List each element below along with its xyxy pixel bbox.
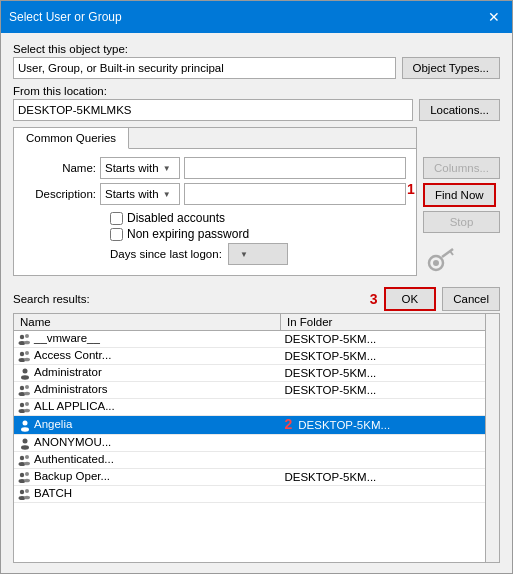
cell-folder	[280, 399, 498, 416]
svg-point-15	[25, 385, 29, 389]
cell-name: __vmware__	[14, 331, 280, 348]
svg-point-29	[24, 462, 30, 466]
object-type-input[interactable]	[13, 57, 396, 79]
svg-line-3	[450, 251, 453, 255]
ok-button[interactable]: OK	[384, 287, 437, 311]
svg-point-12	[23, 369, 28, 374]
cell-folder: 2DESKTOP-5KM...	[280, 416, 498, 435]
svg-point-9	[25, 351, 29, 355]
svg-point-1	[433, 260, 439, 266]
table-row[interactable]: Authenticated...	[14, 452, 499, 469]
cell-name: ALL APPLICA...	[14, 399, 280, 416]
svg-point-5	[25, 334, 29, 338]
badge-3: 3	[370, 291, 378, 307]
columns-button[interactable]: Columns...	[423, 157, 500, 179]
table-row[interactable]: __vmware__DESKTOP-5KM...	[14, 331, 499, 348]
svg-point-11	[24, 358, 30, 362]
dialog-body: Select this object type: Object Types...…	[1, 33, 512, 573]
location-label: From this location:	[13, 85, 500, 97]
non-expiring-checkbox[interactable]	[110, 228, 123, 241]
cell-name: Angelia	[14, 416, 280, 435]
non-expiring-row: Non expiring password	[110, 227, 406, 241]
svg-point-18	[20, 403, 24, 407]
days-label: Days since last logon:	[110, 248, 222, 260]
col-name[interactable]: Name	[14, 314, 280, 331]
object-type-label: Select this object type:	[13, 43, 500, 55]
svg-point-19	[25, 402, 29, 406]
svg-point-24	[23, 439, 28, 444]
name-dropdown-arrow: ▼	[163, 164, 171, 173]
scrollbar[interactable]	[485, 314, 499, 562]
table-row[interactable]: AdministratorsDESKTOP-5KM...	[14, 382, 499, 399]
cancel-button[interactable]: Cancel	[442, 287, 500, 311]
dialog-title: Select User or Group	[9, 10, 122, 24]
cell-folder: DESKTOP-5KM...	[280, 469, 498, 486]
cell-name: Administrators	[14, 382, 280, 399]
cell-folder	[280, 452, 498, 469]
results-section: Search results: 3 OK Cancel Name In Fold…	[13, 283, 500, 563]
name-label: Name:	[24, 162, 96, 174]
object-type-section: Select this object type: Object Types...	[13, 43, 500, 79]
svg-point-22	[23, 421, 28, 426]
cell-name: ANONYMOU...	[14, 435, 280, 452]
svg-point-4	[20, 335, 24, 339]
table-row[interactable]: ALL APPLICA...	[14, 399, 499, 416]
name-starts-with-dropdown[interactable]: Starts with ▼	[100, 157, 180, 179]
col-folder[interactable]: In Folder	[280, 314, 498, 331]
cell-folder	[280, 435, 498, 452]
location-section: From this location: Locations...	[13, 85, 500, 121]
days-dropdown[interactable]: ▼	[228, 243, 288, 265]
location-input[interactable]	[13, 99, 413, 121]
logon-row: Days since last logon: ▼	[110, 243, 406, 265]
search-results-label: Search results:	[13, 293, 90, 305]
svg-point-17	[24, 392, 30, 396]
table-row[interactable]: ANONYMOU...	[14, 435, 499, 452]
desc-input[interactable]	[184, 183, 406, 205]
svg-point-8	[20, 352, 24, 356]
table-row[interactable]: AdministratorDESKTOP-5KM...	[14, 365, 499, 382]
find-now-button[interactable]: Find Now	[423, 183, 496, 207]
close-button[interactable]: ✕	[484, 7, 504, 27]
cell-folder: DESKTOP-5KM...	[280, 331, 498, 348]
table-row[interactable]: Backup Oper...DESKTOP-5KM...	[14, 469, 499, 486]
days-dropdown-arrow: ▼	[240, 250, 248, 259]
disabled-accounts-row: Disabled accounts	[110, 211, 406, 225]
cell-folder: DESKTOP-5KM...	[280, 348, 498, 365]
desc-dropdown-arrow: ▼	[163, 190, 171, 199]
svg-point-30	[20, 473, 24, 477]
location-row: Locations...	[13, 99, 500, 121]
cell-name: BATCH	[14, 486, 280, 503]
cell-name: Authenticated...	[14, 452, 280, 469]
key-icon	[423, 241, 459, 277]
disabled-accounts-checkbox[interactable]	[110, 212, 123, 225]
table-row[interactable]: Access Contr...DESKTOP-5KM...	[14, 348, 499, 365]
title-bar: Select User or Group ✕	[1, 1, 512, 33]
svg-point-25	[21, 445, 29, 449]
svg-point-31	[25, 472, 29, 476]
svg-point-23	[21, 427, 29, 431]
select-user-dialog: Select User or Group ✕ Select this objec…	[0, 0, 513, 574]
non-expiring-label: Non expiring password	[127, 227, 249, 241]
cell-folder: DESKTOP-5KM...	[280, 382, 498, 399]
table-row[interactable]: Angelia2DESKTOP-5KM...	[14, 416, 499, 435]
svg-point-33	[24, 479, 30, 483]
svg-point-13	[21, 375, 29, 379]
svg-point-27	[25, 455, 29, 459]
locations-button[interactable]: Locations...	[419, 99, 500, 121]
name-input[interactable]	[184, 157, 406, 179]
stop-button[interactable]: Stop	[423, 211, 500, 233]
right-panel: Columns... 1 Find Now Stop	[423, 127, 500, 277]
badge-2: 2	[284, 416, 292, 432]
desc-starts-with-dropdown[interactable]: Starts with ▼	[100, 183, 180, 205]
table-row[interactable]: BATCH	[14, 486, 499, 503]
disabled-accounts-label: Disabled accounts	[127, 211, 225, 225]
tab-container: Common Queries Name: Starts with ▼ D	[13, 127, 417, 276]
tab-common-queries[interactable]: Common Queries	[14, 128, 129, 149]
desc-label: Description:	[24, 188, 96, 200]
cell-folder	[280, 486, 498, 503]
results-table: Name In Folder __vmware__DESKTOP-5KM... …	[14, 314, 499, 503]
object-types-button[interactable]: Object Types...	[402, 57, 501, 79]
cell-name: Backup Oper...	[14, 469, 280, 486]
results-table-wrapper: Name In Folder __vmware__DESKTOP-5KM... …	[13, 313, 500, 563]
svg-point-35	[25, 489, 29, 493]
